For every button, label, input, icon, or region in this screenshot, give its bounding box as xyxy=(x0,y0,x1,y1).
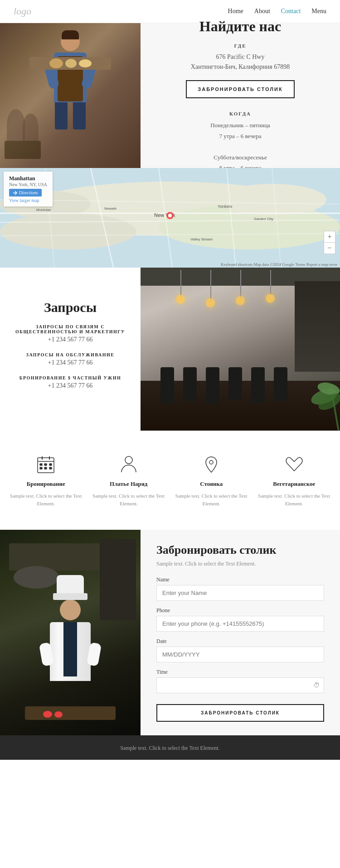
navbar: logo Home About Contact Menu xyxy=(0,0,340,23)
private-label: БРОНИРОВАНИЕ $ ЧАСТНЫЙ УЖИН xyxy=(19,375,121,380)
feature-parking-desc: Sample text. Click to select the Text El… xyxy=(175,492,248,507)
svg-point-3 xyxy=(0,213,136,249)
feature-dresscode-desc: Sample text. Click to select the Text El… xyxy=(92,492,166,507)
feature-dresscode-name: Платье Наряд xyxy=(110,480,147,488)
map-zoom-controls: + − xyxy=(324,231,335,254)
booking-form-desc: Sample text. Click to select the Text El… xyxy=(156,561,324,567)
date-input[interactable] xyxy=(156,647,324,662)
svg-point-34 xyxy=(209,460,213,464)
clock-icon: ⏱ xyxy=(313,682,320,689)
hours: Понедельник – пятница 7 утра – 6 вечера … xyxy=(210,120,270,173)
logo: logo xyxy=(14,5,31,17)
weekday-label: Понедельник – пятница xyxy=(210,122,270,129)
address: 676 Pacific C Hwy Хантингтон-Бич, Калифо… xyxy=(191,52,290,72)
nav-about[interactable]: About xyxy=(254,8,270,15)
feature-vegetarian-desc: Sample text. Click to select the Text El… xyxy=(257,492,331,507)
name-input[interactable] xyxy=(156,585,324,601)
queries-info: Запросы ЗАПРОСЫ ПО СВЯЗЯМ С ОБЩЕСТВЕННОС… xyxy=(0,268,141,431)
nav-home[interactable]: Home xyxy=(228,8,243,15)
service-label: ЗАПРОСЫ НА ОБСЛУЖИВАНИЕ xyxy=(26,352,115,357)
calendar-icon xyxy=(34,453,57,476)
hero-image xyxy=(0,23,141,168)
map-section: New York Yonkers Newark Garden City Mont… xyxy=(0,168,340,268)
features-section: Бронирование Sample text. Click to selec… xyxy=(0,431,340,530)
map-zoom-out[interactable]: − xyxy=(324,243,335,254)
footer-text: Sample text. Click to select the Text El… xyxy=(120,745,219,751)
private-phone: +1 234 567 77 66 xyxy=(48,382,93,389)
svg-point-33 xyxy=(125,456,132,464)
hero-title: Найдите нас xyxy=(199,18,282,35)
features-grid: Бронирование Sample text. Click to selec… xyxy=(9,453,331,507)
map-place-sub: New York, NY, USA xyxy=(9,182,47,187)
feature-booking-name: Бронирование xyxy=(27,480,65,488)
name-label: Name xyxy=(156,576,324,583)
svg-text:Montclair: Montclair xyxy=(36,208,51,212)
svg-rect-29 xyxy=(49,464,52,465)
name-field-group: Name xyxy=(156,576,324,601)
map-directions-btn[interactable]: Directions xyxy=(9,189,42,197)
feature-booking-desc: Sample text. Click to select the Text El… xyxy=(9,492,83,507)
time-input[interactable]: 10:59 AM xyxy=(156,677,324,693)
time-label: Time xyxy=(156,669,324,676)
map-zoom-in[interactable]: + xyxy=(324,231,335,242)
time-field-group: Time 10:59 AM ⏱ xyxy=(156,669,324,693)
queries-title: Запросы xyxy=(44,300,97,315)
hero-reserve-button[interactable]: ЗАБРОНИРОВАТЬ СТОЛИК xyxy=(186,80,294,98)
booking-image xyxy=(0,530,141,735)
svg-text:Yonkers: Yonkers xyxy=(218,204,233,209)
date-label: Date xyxy=(156,638,324,645)
location-icon xyxy=(200,453,223,476)
pr-label: ЗАПРОСЫ ПО СВЯЗЯМ С ОБЩЕСТВЕННОСТЬЮ И МА… xyxy=(14,324,127,334)
svg-rect-31 xyxy=(44,467,47,469)
map-larger-link[interactable]: View larger map xyxy=(9,198,47,203)
booking-form-title: Забронировать столик xyxy=(156,543,324,557)
hero-section: Найдите нас ГДЕ 676 Pacific C Hwy Хантин… xyxy=(0,23,340,168)
phone-input[interactable] xyxy=(156,616,324,632)
person-icon xyxy=(117,453,140,476)
date-field-group: Date xyxy=(156,638,324,662)
submit-booking-button[interactable]: ЗАБРОНИРОВАТЬ СТОЛИК xyxy=(156,704,324,722)
feature-booking: Бронирование Sample text. Click to selec… xyxy=(9,453,83,507)
svg-rect-28 xyxy=(44,464,47,465)
map-place-name: Manhattan xyxy=(9,175,47,182)
svg-rect-30 xyxy=(40,467,42,469)
svg-rect-27 xyxy=(40,464,42,465)
feature-vegetarian-name: Вегетарианское xyxy=(273,480,315,488)
weekend-label: Суббота/воскресенье xyxy=(214,154,267,161)
nav-contact[interactable]: Contact xyxy=(281,8,301,15)
address-line2: Хантингтон-Бич, Калифорния 67898 xyxy=(191,63,290,70)
map-copyright: Keyboard shortcuts Map data ©2024 Google… xyxy=(221,262,337,267)
svg-point-4 xyxy=(218,184,326,216)
pr-phone: +1 234 567 77 66 xyxy=(48,336,93,343)
svg-text:Newark: Newark xyxy=(104,206,117,211)
svg-text:Valley Stream: Valley Stream xyxy=(190,237,213,241)
map-overlay: Manhattan New York, NY, USA Directions V… xyxy=(4,172,53,206)
service-phone: +1 234 567 77 66 xyxy=(48,359,93,366)
time-input-wrap: 10:59 AM ⏱ xyxy=(156,677,324,693)
nav-links: Home About Contact Menu xyxy=(228,8,326,15)
feature-parking-name: Стоянка xyxy=(200,480,223,488)
booking-section: Забронировать столик Sample text. Click … xyxy=(0,530,340,735)
phone-label: Phone xyxy=(156,607,324,614)
feature-vegetarian: Вегетарианское Sample text. Click to sel… xyxy=(257,453,331,507)
svg-text:Garden City: Garden City xyxy=(254,217,273,221)
queries-section: Запросы ЗАПРОСЫ ПО СВЯЗЯМ С ОБЩЕСТВЕННОС… xyxy=(0,268,340,431)
svg-point-22 xyxy=(168,214,172,217)
weekday-time: 7 утра – 6 вечера xyxy=(219,133,261,139)
where-label: ГДЕ xyxy=(234,43,247,48)
heart-icon xyxy=(283,453,306,476)
phone-field-group: Phone xyxy=(156,607,324,632)
feature-parking: Стоянка Sample text. Click to select the… xyxy=(175,453,248,507)
address-line1: 676 Pacific C Hwy xyxy=(216,53,265,60)
queries-image xyxy=(141,268,340,431)
svg-rect-32 xyxy=(49,467,52,469)
when-label: КОГДА xyxy=(229,111,251,116)
nav-menu[interactable]: Menu xyxy=(311,8,326,15)
feature-dresscode: Платье Наряд Sample text. Click to selec… xyxy=(92,453,166,507)
footer: Sample text. Click to select the Text El… xyxy=(0,735,340,760)
booking-form: Забронировать столик Sample text. Click … xyxy=(141,530,340,735)
hero-info: Найдите нас ГДЕ 676 Pacific C Hwy Хантин… xyxy=(141,23,340,168)
